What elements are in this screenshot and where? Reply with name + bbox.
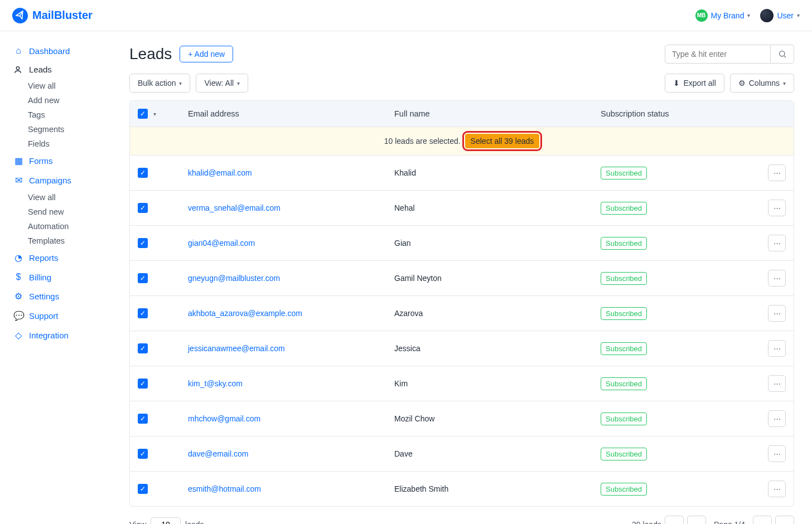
sidebar-item-support[interactable]: 💬 Support — [0, 306, 112, 326]
row-actions-button[interactable]: ⋯ — [768, 410, 786, 427]
col-header-email: Email address — [188, 109, 394, 118]
search-input[interactable] — [665, 45, 771, 64]
full-name: Mozil Chow — [394, 414, 601, 423]
sidebar-item-dashboard[interactable]: ⌂ Dashboard — [0, 41, 112, 60]
next-page-button[interactable]: › — [753, 516, 772, 524]
home-icon: ⌂ — [13, 46, 23, 56]
select-all-checkbox[interactable]: ✓ — [138, 109, 148, 119]
sidebar-item-campaigns[interactable]: ✉ Campaigns — [0, 171, 112, 190]
email-link[interactable]: mhchow@gmail.com — [188, 414, 394, 423]
row-actions-button[interactable]: ⋯ — [768, 445, 786, 462]
row-checkbox[interactable]: ✓ — [138, 168, 148, 178]
envelope-icon: ✉ — [13, 175, 23, 186]
page-indicator: Page 1/4 — [709, 520, 750, 524]
chevron-down-icon[interactable]: ▾ — [153, 111, 156, 117]
table-row: ✓ esmith@hotmail.com Elizabeth Smith Sub… — [130, 472, 794, 506]
sidebar-item-tags[interactable]: Tags — [28, 108, 112, 122]
sidebar-item-fields[interactable]: Fields — [28, 137, 112, 151]
prev-page-button[interactable]: ‹ — [687, 516, 706, 524]
row-actions-button[interactable]: ⋯ — [768, 375, 786, 392]
per-page-input[interactable] — [151, 517, 181, 524]
row-actions-button[interactable]: ⋯ — [768, 235, 786, 251]
sidebar-item-leads[interactable]: Leads — [0, 60, 112, 79]
sidebar-item-billing[interactable]: $ Billing — [0, 268, 112, 287]
sidebar-item-c-templates[interactable]: Templates — [28, 234, 112, 248]
status-badge: Subscribed — [601, 377, 647, 390]
row-actions-button[interactable]: ⋯ — [768, 481, 786, 497]
row-checkbox[interactable]: ✓ — [138, 343, 148, 353]
row-checkbox[interactable]: ✓ — [138, 379, 148, 389]
export-all-button[interactable]: ⬇ Export all — [665, 74, 724, 93]
chevron-down-icon: ▾ — [747, 12, 750, 18]
sidebar-item-reports[interactable]: ◔ Reports — [0, 248, 112, 268]
email-link[interactable]: akhbota_azarova@example.com — [188, 309, 394, 318]
row-checkbox[interactable]: ✓ — [138, 484, 148, 494]
row-actions-button[interactable]: ⋯ — [768, 340, 786, 357]
sidebar-item-integration[interactable]: ◇ Integration — [0, 326, 112, 345]
chat-icon: 💬 — [13, 310, 23, 321]
topbar: MailBluster MB My Brand ▾ User ▾ — [0, 0, 812, 31]
sidebar-item-c-send-new[interactable]: Send new — [28, 205, 112, 219]
status-badge: Subscribed — [601, 342, 647, 355]
table-row: ✓ akhbota_azarova@example.com Azarova Su… — [130, 296, 794, 331]
svg-point-1 — [779, 51, 784, 56]
search-button[interactable] — [771, 45, 794, 64]
row-actions-button[interactable]: ⋯ — [768, 305, 786, 322]
row-checkbox[interactable]: ✓ — [138, 273, 148, 283]
email-link[interactable]: gian04@email.com — [188, 239, 394, 248]
full-name: Jessica — [394, 344, 601, 353]
email-link[interactable]: khalid@email.com — [188, 168, 394, 177]
sidebar-item-segments[interactable]: Segments — [28, 122, 112, 137]
first-page-button[interactable]: « — [665, 516, 684, 524]
email-link[interactable]: kim_t@sky.com — [188, 379, 394, 388]
view-filter-dropdown[interactable]: View: All ▾ — [196, 74, 248, 93]
row-checkbox[interactable]: ✓ — [138, 308, 148, 318]
chevron-down-icon: ▾ — [179, 80, 182, 86]
row-actions-button[interactable]: ⋯ — [768, 164, 786, 181]
sidebar-item-c-view-all[interactable]: View all — [28, 190, 112, 205]
columns-dropdown[interactable]: ⚙ Columns ▾ — [730, 74, 794, 93]
row-checkbox[interactable]: ✓ — [138, 238, 148, 248]
status-badge: Subscribed — [601, 448, 647, 460]
full-name: Dave — [394, 449, 601, 458]
chevron-down-icon: ▾ — [797, 12, 800, 18]
download-icon: ⬇ — [673, 79, 680, 88]
page-title: Leads — [129, 45, 172, 63]
email-link[interactable]: verma_snehal@email.com — [188, 203, 394, 212]
row-checkbox[interactable]: ✓ — [138, 203, 148, 213]
user-dropdown[interactable]: User ▾ — [760, 9, 800, 22]
email-link[interactable]: jessicanawmee@email.com — [188, 344, 394, 353]
email-link[interactable]: gneyugn@mailbluster.com — [188, 274, 394, 283]
status-badge: Subscribed — [601, 237, 647, 250]
table-row: ✓ jessicanawmee@email.com Jessica Subscr… — [130, 331, 794, 366]
app-logo[interactable]: MailBluster — [12, 8, 93, 23]
row-checkbox[interactable]: ✓ — [138, 414, 148, 424]
add-new-button[interactable]: + Add new — [180, 46, 233, 62]
sidebar-item-add-new[interactable]: Add new — [28, 93, 112, 108]
email-link[interactable]: dave@email.com — [188, 449, 394, 458]
sidebar-item-forms[interactable]: ▦ Forms — [0, 151, 112, 171]
status-badge: Subscribed — [601, 483, 647, 496]
row-checkbox[interactable]: ✓ — [138, 449, 148, 459]
sidebar-item-settings[interactable]: ⚙ Settings — [0, 287, 112, 306]
status-badge: Subscribed — [601, 202, 647, 215]
row-actions-button[interactable]: ⋯ — [768, 270, 786, 287]
brand-dropdown[interactable]: MB My Brand ▾ — [695, 9, 751, 22]
sidebar-item-c-automation[interactable]: Automation — [28, 219, 112, 234]
table-row: ✓ verma_snehal@email.com Nehal Subscribe… — [130, 191, 794, 226]
sidebar-item-view-all[interactable]: View all — [28, 79, 112, 93]
last-page-button[interactable]: » — [775, 516, 794, 524]
row-actions-button[interactable]: ⋯ — [768, 200, 786, 216]
user-label: User — [777, 11, 794, 20]
chart-icon: ◔ — [13, 253, 23, 263]
pagination-bar: View leads 39 leads « ‹ Page 1/4 › » — [129, 516, 794, 524]
email-link[interactable]: esmith@hotmail.com — [188, 484, 394, 493]
bulk-action-dropdown[interactable]: Bulk action ▾ — [129, 74, 190, 93]
full-name: Azarova — [394, 309, 601, 318]
full-name: Nehal — [394, 203, 601, 212]
sidebar-campaigns-submenu: View all Send new Automation Templates — [0, 190, 112, 248]
table-row: ✓ kim_t@sky.com Kim Subscribed ⋯ — [130, 366, 794, 401]
user-icon — [13, 65, 23, 74]
chevron-down-icon: ▾ — [237, 80, 240, 86]
select-all-leads-button[interactable]: Select all 39 leads — [465, 134, 540, 148]
